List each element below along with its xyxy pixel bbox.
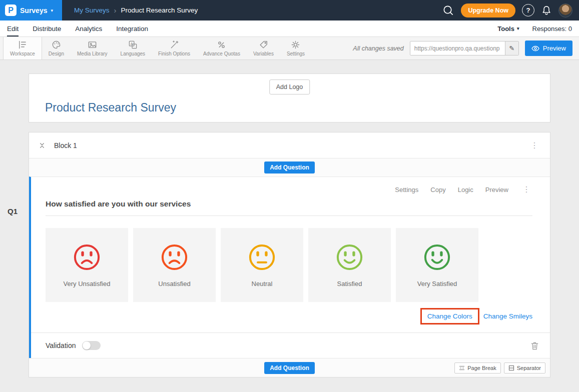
help-button[interactable]: ? [522,4,534,16]
toolbar-item-finish-options[interactable]: Finish Options [152,37,197,60]
trash-icon [530,341,539,350]
search-button[interactable] [442,4,454,16]
design-icon [52,40,61,50]
footer-right-buttons: Page Break Separator [454,358,545,377]
settings-gear-icon [291,40,300,50]
block-header: Block 1 ⋮ [29,132,550,158]
tab-integration[interactable]: Integration [116,20,148,36]
survey-url-input[interactable] [410,42,505,55]
topbar-actions: Upgrade Now ? [442,4,579,18]
notifications-button[interactable] [541,5,552,16]
block-card: Block 1 ⋮ Add Question Q1 Settings Copy … [29,132,550,378]
toolbar-item-settings[interactable]: Settings [280,37,311,60]
breadcrumb-current-survey: Product Research Survey [121,6,198,14]
tab-edit[interactable]: Edit [7,20,19,36]
smiley-options-row: Very Unsatisfied Un [46,228,532,302]
survey-title[interactable]: Product Research Survey [45,101,176,114]
toolbar-item-media-library[interactable]: Media Library [71,37,114,60]
smiley-config-links: Change Colors Change Smileys [46,308,532,324]
question-card: Q1 Settings Copy Logic Preview ⋮ How sat… [29,176,550,358]
change-smileys-link[interactable]: Change Smileys [483,312,532,320]
smiley-option-label: Very Unsatisfied [64,280,111,288]
topbar: P Surveys ▾ My Surveys › Product Researc… [0,0,579,20]
workspace-icon [18,40,27,50]
caret-down-icon: ▾ [51,8,53,13]
smiley-option-unsatisfied[interactable]: Unsatisfied [133,228,216,302]
add-logo-button[interactable]: Add Logo [269,80,310,94]
toolbar-item-variables[interactable]: Variables [247,37,280,60]
add-question-strip-top: Add Question [29,158,550,176]
delete-question-button[interactable] [530,341,539,350]
survey-header-card: Add Logo Product Research Survey [29,74,550,122]
satisfied-smiley-icon [335,243,364,272]
separator-icon [508,365,514,371]
smiley-option-label: Satisfied [337,280,362,288]
finish-options-icon [170,40,179,50]
survey-url-box: ✎ [410,41,519,56]
logo-letter: P [8,6,14,15]
breadcrumb-my-surveys[interactable]: My Surveys [74,6,110,14]
responses-count: Responses: 0 [532,25,572,32]
toolbar-item-workspace[interactable]: Workspace [3,37,42,60]
caret-down-icon: ▾ [517,26,519,31]
smiley-option-very-unsatisfied[interactable]: Very Unsatisfied [46,228,128,302]
upgrade-now-button[interactable]: Upgrade Now [461,4,515,18]
validation-label: Validation [46,342,76,350]
nav-tabs: Edit Distribute Analytics Integration [7,20,148,36]
save-status: All changes saved [353,45,403,52]
validation-row: Validation [31,332,550,358]
smiley-option-very-satisfied[interactable]: Very Satisfied [396,228,478,302]
neutral-smiley-icon [248,243,276,272]
validation-toggle[interactable] [82,341,101,350]
pencil-icon: ✎ [509,44,514,52]
editor-content: Add Logo Product Research Survey Block 1… [0,60,579,378]
toolbar-item-advance-quotas[interactable]: Advance Quotas [197,37,247,60]
add-question-strip-bottom: Add Question Page Break Separator [29,358,550,377]
very-unsatisfied-smiley-icon [73,243,101,272]
nav-right: Tools ▾ Responses: 0 [497,25,572,32]
question-menu-kebab-icon[interactable]: ⋮ [520,186,532,194]
very-satisfied-smiley-icon [423,243,451,272]
question-action-settings[interactable]: Settings [395,186,418,194]
smiley-option-label: Unsatisfied [158,280,190,288]
toolbar-item-design[interactable]: Design [42,37,71,60]
smiley-option-label: Neutral [252,280,273,288]
breadcrumb-separator-icon: › [114,6,117,14]
smiley-option-label: Very Satisfied [417,280,457,288]
question-action-preview[interactable]: Preview [485,186,508,194]
variables-icon [259,40,268,50]
change-colors-link[interactable]: Change Colors [420,308,479,324]
page-break-icon [459,365,465,371]
tab-analytics[interactable]: Analytics [75,20,102,36]
add-question-button-top[interactable]: Add Question [264,162,315,174]
questionpro-logo: P [5,4,17,16]
question-action-copy[interactable]: Copy [430,186,445,194]
toggle-knob [83,342,91,350]
main-nav: Edit Distribute Analytics Integration To… [0,20,579,37]
collapse-block-icon[interactable] [39,142,46,149]
preview-button[interactable]: Preview [525,40,572,56]
user-avatar[interactable] [558,4,572,18]
question-text[interactable]: How satisfied are you with our services [46,200,532,216]
separator-button[interactable]: Separator [504,362,545,374]
advance-quotas-icon [217,40,226,50]
page-break-button[interactable]: Page Break [454,362,500,374]
smiley-option-satisfied[interactable]: Satisfied [308,228,391,302]
question-body: Settings Copy Logic Preview ⋮ How satisf… [31,177,550,332]
search-icon [442,4,454,16]
languages-icon: A [128,40,138,50]
tools-menu[interactable]: Tools ▾ [497,25,519,32]
tools-label: Tools [497,25,514,32]
product-switcher[interactable]: P Surveys ▾ [0,0,62,20]
edit-url-button[interactable]: ✎ [505,42,518,55]
question-action-logic[interactable]: Logic [458,186,473,194]
toolbar-right: All changes saved ✎ Preview [353,37,579,60]
block-name[interactable]: Block 1 [54,142,77,150]
add-question-button-bottom[interactable]: Add Question [264,362,315,374]
toolbar-item-languages[interactable]: A Languages [114,37,152,60]
block-menu-kebab-icon[interactable]: ⋮ [528,142,540,150]
tab-distribute[interactable]: Distribute [33,20,61,36]
smiley-option-neutral[interactable]: Neutral [221,228,303,302]
unsatisfied-smiley-icon [160,243,189,272]
product-name: Surveys [20,6,47,14]
